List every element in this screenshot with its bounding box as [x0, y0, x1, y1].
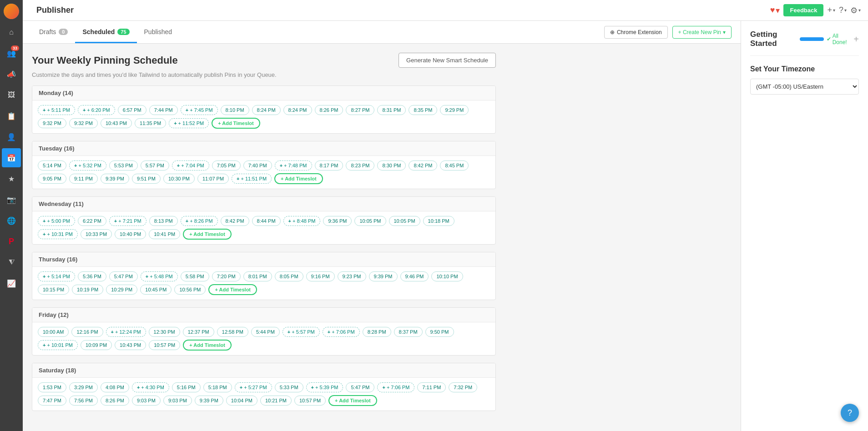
help-float-button[interactable]: ?: [841, 404, 859, 422]
time-slot[interactable]: 10:40 PM: [115, 229, 146, 239]
sidebar-item-home[interactable]: ⌂: [2, 23, 21, 42]
time-slot[interactable]: 5:47 PM: [109, 271, 138, 281]
time-slot[interactable]: 5:16 PM: [172, 382, 201, 392]
time-slot[interactable]: 5:44 PM: [251, 327, 280, 337]
time-slot[interactable]: 8:45 PM: [440, 160, 469, 170]
sidebar-item-instagram[interactable]: 📷: [2, 190, 21, 209]
time-slot[interactable]: 5:33 PM: [275, 382, 303, 392]
help-button[interactable]: ? ▾: [839, 5, 847, 15]
time-slot[interactable]: 8:23 PM: [346, 160, 374, 170]
tab-published[interactable]: Published: [137, 22, 180, 43]
time-slot[interactable]: 9:50 PM: [425, 327, 454, 337]
time-slot[interactable]: 10:05 PM: [354, 216, 386, 226]
time-slot[interactable]: 9:23 PM: [338, 271, 366, 281]
time-slot[interactable]: 9:03 PM: [163, 396, 192, 406]
sidebar-item-document[interactable]: 📋: [2, 106, 21, 125]
time-slot[interactable]: 10:43 PM: [101, 118, 132, 128]
sidebar-item-calendar[interactable]: 📅: [2, 148, 21, 167]
time-slot[interactable]: 8:44 PM: [252, 216, 281, 226]
time-slot[interactable]: 6:22 PM: [78, 216, 106, 226]
time-slot[interactable]: 12:58 PM: [217, 327, 248, 337]
add-timeslot-button[interactable]: + Add Timeslot: [328, 395, 377, 406]
time-slot[interactable]: + 10:01 PM: [38, 340, 78, 350]
sidebar-item-people[interactable]: 👤: [2, 127, 21, 146]
time-slot[interactable]: + 5:48 PM: [141, 271, 178, 281]
time-slot[interactable]: 9:11 PM: [69, 174, 98, 184]
add-timeslot-button[interactable]: + Add Timeslot: [274, 173, 323, 184]
time-slot[interactable]: 10:04 PM: [226, 396, 257, 406]
time-slot[interactable]: + 5:32 PM: [69, 160, 106, 170]
time-slot[interactable]: 8:31 PM: [377, 105, 406, 115]
time-slot[interactable]: 8:37 PM: [394, 327, 423, 337]
time-slot[interactable]: + 7:06 PM: [377, 382, 414, 392]
time-slot[interactable]: 8:35 PM: [409, 105, 437, 115]
time-slot[interactable]: 9:32 PM: [69, 118, 98, 128]
time-slot[interactable]: + 6:20 PM: [78, 105, 115, 115]
time-slot[interactable]: + 8:48 PM: [283, 216, 321, 226]
time-slot[interactable]: + 7:48 PM: [275, 160, 312, 170]
time-slot[interactable]: + 5:57 PM: [283, 327, 320, 337]
add-button[interactable]: + ▾: [827, 5, 835, 15]
sidebar-item-megaphone[interactable]: 📣: [2, 65, 21, 84]
time-slot[interactable]: 10:21 PM: [260, 396, 292, 406]
time-slot[interactable]: 10:18 PM: [423, 216, 454, 226]
time-slot[interactable]: 3:29 PM: [69, 382, 98, 392]
chrome-extension-button[interactable]: ⊕ Chrome Extension: [604, 26, 668, 39]
gs-add-button[interactable]: +: [853, 34, 859, 45]
time-slot[interactable]: 5:53 PM: [109, 160, 138, 170]
sidebar-item-star[interactable]: ★: [2, 169, 21, 188]
time-slot[interactable]: 9:03 PM: [132, 396, 161, 406]
time-slot[interactable]: 8:26 PM: [101, 396, 129, 406]
time-slot[interactable]: 9:16 PM: [306, 271, 335, 281]
add-timeslot-button[interactable]: + Add Timeslot: [183, 229, 232, 240]
add-timeslot-button[interactable]: + Add Timeslot: [208, 284, 257, 295]
time-slot[interactable]: + 10:31 PM: [38, 229, 78, 239]
time-slot[interactable]: 7:32 PM: [449, 382, 477, 392]
time-slot[interactable]: 10:43 PM: [115, 340, 146, 350]
time-slot[interactable]: 10:29 PM: [106, 285, 137, 295]
time-slot[interactable]: + 11:52 PM: [169, 118, 209, 128]
time-slot[interactable]: 11:35 PM: [135, 118, 166, 128]
time-slot[interactable]: 12:16 PM: [71, 327, 103, 337]
time-slot[interactable]: + 5:00 PM: [38, 216, 75, 226]
time-slot[interactable]: 11:07 PM: [197, 174, 229, 184]
time-slot[interactable]: 5:58 PM: [181, 271, 209, 281]
time-slot[interactable]: 10:45 PM: [140, 285, 172, 295]
timezone-select[interactable]: (GMT -05:00) US/Eastern: [750, 79, 859, 95]
time-slot[interactable]: + 7:45 PM: [181, 105, 218, 115]
time-slot[interactable]: 4:08 PM: [101, 382, 129, 392]
time-slot[interactable]: 10:30 PM: [163, 174, 195, 184]
time-slot[interactable]: 7:40 PM: [243, 160, 272, 170]
tab-scheduled[interactable]: Scheduled 75: [75, 22, 136, 43]
time-slot[interactable]: 8:27 PM: [346, 105, 374, 115]
time-slot[interactable]: 7:05 PM: [212, 160, 241, 170]
add-timeslot-button[interactable]: + Add Timeslot: [183, 340, 232, 351]
time-slot[interactable]: 10:41 PM: [149, 229, 180, 239]
time-slot[interactable]: 9:39 PM: [195, 396, 223, 406]
time-slot[interactable]: + 7:06 PM: [323, 327, 360, 337]
time-slot[interactable]: 8:05 PM: [275, 271, 303, 281]
time-slot[interactable]: 8:30 PM: [377, 160, 406, 170]
time-slot[interactable]: 8:17 PM: [315, 160, 343, 170]
time-slot[interactable]: 8:10 PM: [221, 105, 249, 115]
time-slot[interactable]: 10:10 PM: [431, 271, 463, 281]
time-slot[interactable]: 10:15 PM: [38, 285, 69, 295]
sidebar-item-analytics[interactable]: 📈: [2, 274, 21, 293]
time-slot[interactable]: 8:42 PM: [221, 216, 249, 226]
time-slot[interactable]: 9:36 PM: [323, 216, 352, 226]
time-slot[interactable]: 9:05 PM: [38, 174, 66, 184]
sidebar-item-image[interactable]: 🖼: [2, 85, 21, 105]
time-slot[interactable]: 7:11 PM: [417, 382, 446, 392]
feedback-button[interactable]: Feedback: [783, 4, 823, 16]
time-slot[interactable]: 9:51 PM: [132, 174, 161, 184]
time-slot[interactable]: 9:46 PM: [400, 271, 429, 281]
time-slot[interactable]: 8:24 PM: [252, 105, 281, 115]
time-slot[interactable]: 10:57 PM: [294, 396, 326, 406]
time-slot[interactable]: + 5:27 PM: [235, 382, 272, 392]
time-slot[interactable]: 8:28 PM: [363, 327, 391, 337]
time-slot[interactable]: + 7:21 PM: [109, 216, 146, 226]
time-slot[interactable]: + 7:04 PM: [172, 160, 209, 170]
time-slot[interactable]: 10:00 AM: [38, 327, 69, 337]
time-slot[interactable]: 10:19 PM: [72, 285, 103, 295]
time-slot[interactable]: + 11:51 PM: [232, 174, 272, 184]
